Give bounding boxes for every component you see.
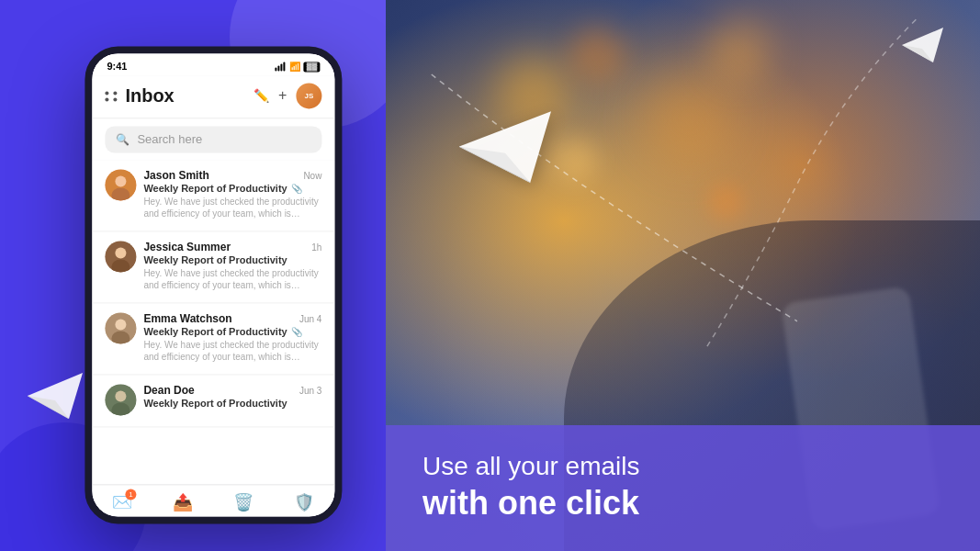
right-panel: Use all your emails with one click: [386, 0, 980, 551]
sender-name-2: Jessica Summer: [143, 241, 231, 253]
search-placeholder: Search here: [137, 132, 202, 146]
bottom-nav: ✉️ 1 📤 🗑️ 🛡️: [92, 484, 334, 516]
email-item-4[interactable]: Dean Doe Jun 3 Weekly Report of Producti…: [92, 375, 334, 427]
svg-point-7: [115, 319, 126, 330]
big-paper-plane: [459, 110, 551, 187]
status-time: 9:41: [107, 61, 127, 72]
shield-nav-icon: 🛡️: [294, 492, 314, 512]
send-nav-icon: 📤: [173, 492, 193, 512]
header-right: ✏️ + JS: [253, 83, 321, 108]
email-preview-2: Hey. We have just checked the productivi…: [143, 267, 321, 291]
email-subject-2: Weekly Report of Productivity: [143, 254, 287, 265]
avatar-jessica-summer: [105, 241, 136, 272]
sender-name-4: Dean Doe: [143, 384, 194, 397]
email-subject-3: Weekly Report of Productivity: [143, 326, 287, 337]
email-time-4: Jun 3: [299, 386, 321, 396]
header-left: Inbox: [105, 85, 174, 107]
tagline-line1: Use all your emails: [422, 451, 943, 482]
email-content-2: Jessica Summer 1h Weekly Report of Produ…: [143, 241, 321, 291]
email-item-3[interactable]: Emma Watchson Jun 4 Weekly Report of Pro…: [92, 303, 334, 375]
svg-point-4: [115, 247, 126, 258]
svg-marker-18: [902, 28, 943, 62]
svg-marker-12: [28, 373, 83, 419]
svg-point-1: [115, 175, 126, 186]
nav-shield[interactable]: 🛡️: [294, 492, 314, 512]
svg-marker-15: [459, 111, 551, 182]
avatar-dean-doe: [105, 384, 136, 415]
left-panel: 9:41 📶 ▓▓: [0, 0, 386, 551]
nav-send[interactable]: 📤: [173, 492, 193, 512]
inbox-title: Inbox: [125, 85, 174, 107]
search-icon: 🔍: [116, 133, 130, 146]
email-content-1: Jason Smith Now Weekly Report of Product…: [143, 169, 321, 219]
tagline-overlay: Use all your emails with one click: [386, 425, 980, 551]
email-content-3: Emma Watchson Jun 4 Weekly Report of Pro…: [143, 312, 321, 363]
user-avatar[interactable]: JS: [296, 83, 321, 108]
trash-nav-icon: 🗑️: [233, 492, 253, 512]
email-item-2[interactable]: Jessica Summer 1h Weekly Report of Produ…: [92, 231, 334, 303]
phone-header: Inbox ✏️ + JS: [92, 75, 334, 118]
inbox-badge: 1: [125, 489, 136, 500]
status-bar: 9:41 📶 ▓▓: [92, 53, 334, 75]
sender-name-3: Emma Watchson: [143, 312, 231, 325]
paper-plane-top-right: [902, 28, 943, 66]
tagline-line2: with one click: [422, 485, 943, 522]
phone-mockup: 9:41 📶 ▓▓: [84, 46, 342, 523]
search-input[interactable]: 🔍 Search here: [105, 126, 321, 152]
email-subject-1: Weekly Report of Productivity: [143, 183, 287, 194]
attachment-icon-3: 📎: [291, 327, 302, 337]
email-time-1: Now: [303, 171, 321, 181]
nav-inbox[interactable]: ✉️ 1: [112, 492, 132, 512]
email-time-2: 1h: [311, 242, 321, 253]
svg-point-10: [115, 390, 126, 401]
menu-dots-icon[interactable]: [105, 91, 118, 101]
nav-trash[interactable]: 🗑️: [233, 492, 253, 512]
edit-icon[interactable]: ✏️: [253, 88, 269, 103]
avatar-emma-watchson: [105, 312, 136, 343]
attachment-icon-1: 📎: [291, 184, 302, 194]
battery-icon: ▓▓: [304, 62, 321, 72]
email-item-1[interactable]: Jason Smith Now Weekly Report of Product…: [92, 160, 334, 231]
phone-screen: 9:41 📶 ▓▓: [92, 53, 334, 516]
email-preview-3: Hey. We have just checked the productivi…: [143, 339, 321, 363]
status-icons: 📶 ▓▓: [276, 62, 321, 72]
phone-frame: 9:41 📶 ▓▓: [84, 46, 342, 523]
email-time-3: Jun 4: [299, 314, 321, 324]
email-content-4: Dean Doe Jun 3 Weekly Report of Producti…: [143, 384, 321, 410]
avatar-jason-smith: [105, 169, 136, 200]
compose-icon[interactable]: +: [278, 87, 287, 104]
signal-icon: [276, 62, 286, 71]
paper-plane-bottom-left: [28, 373, 83, 422]
email-preview-1: Hey. We have just checked the productivi…: [143, 196, 321, 219]
search-bar: 🔍 Search here: [92, 118, 334, 160]
email-subject-4: Weekly Report of Productivity: [143, 398, 287, 409]
wifi-icon: 📶: [289, 62, 300, 72]
email-list: Jason Smith Now Weekly Report of Product…: [92, 160, 334, 484]
sender-name-1: Jason Smith: [143, 169, 208, 182]
